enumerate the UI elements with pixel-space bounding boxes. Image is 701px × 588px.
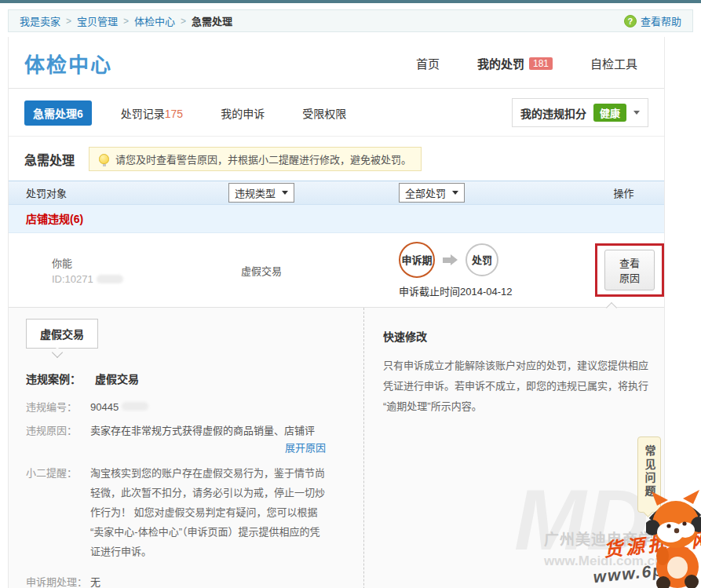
health-status-badge: 健康 (593, 104, 626, 122)
nav-item-my-penalties[interactable]: 我的处罚 181 (477, 55, 553, 71)
field-label: 小二提醒： (26, 463, 90, 561)
column-header-action: 操作 (583, 185, 664, 200)
tab-count: 175 (165, 108, 183, 120)
redaction-smudge (97, 275, 123, 283)
tab-label: 处罚记录 (121, 108, 165, 120)
breadcrumb-separator: > (181, 16, 186, 27)
violation-number-value: 90445 (90, 401, 119, 413)
detail-tab-fake-trade[interactable]: 虚假交易 (26, 319, 98, 349)
redaction-smudge (122, 402, 148, 411)
expand-reason-link[interactable]: 展开原因 (90, 440, 326, 457)
warning-alert: 请您及时查看警告原因，并根据小二提醒进行修改，避免被处罚。 (89, 147, 422, 171)
breadcrumb-separator: > (66, 16, 71, 27)
violation-reason-value: 卖家存在非常规方式获得虚假的商品销量、店铺评 (90, 425, 315, 436)
faq-floating-button[interactable]: 常见问题 (637, 436, 661, 513)
quick-fix-body: 只有申诉成立才能解除该账户对应的处罚，建议您提供相应凭证进行申诉。若申诉不成立，… (383, 356, 654, 417)
faq-label: 常见问题 (642, 445, 657, 499)
case-line: 违规案例： 虚假交易 (26, 371, 363, 386)
violation-type-filter-value: 违规类型 (235, 185, 276, 200)
tab-count: 6 (77, 108, 83, 120)
chevron-down-icon (452, 191, 458, 198)
breadcrumb: 我是卖家 > 宝贝管理 > 体检中心 > 急需处理 ? 查看帮助 (8, 9, 693, 32)
view-reason-button[interactable]: 查看原因 (604, 250, 655, 290)
tab-my-appeals[interactable]: 我的申诉 (212, 100, 273, 126)
nav-item-self-check-tools[interactable]: 自检工具 (590, 55, 637, 71)
field-staff-reminder: 小二提醒： 淘宝核实到您的账户存在虚假交易行为，鉴于情节尚轻微，此次暂不扣分，请… (26, 463, 363, 561)
field-label: 违规编号： (26, 399, 90, 416)
appeal-deadline: 申诉截止时间2014-04-12 (399, 283, 595, 298)
help-link-label: 查看帮助 (641, 13, 681, 28)
appeal-period-stage-circle: 申诉期 (399, 242, 435, 278)
violation-type-cell: 虚假交易 (228, 263, 399, 278)
top-accent-bar (0, 0, 701, 3)
detail-left-column: 虚假交易 违规案例： 虚假交易 违规编号： 90445 违规原因： 卖家存在非常… (9, 308, 363, 588)
tab-label: 我的申诉 (221, 108, 265, 120)
page-header: 体检中心 首页 我的处罚 181 自检工具 (9, 37, 664, 89)
tab-label: 受限权限 (302, 108, 346, 120)
quick-fix-title: 快速修改 (383, 328, 654, 344)
violation-type-filter[interactable]: 违规类型 (228, 183, 294, 203)
breadcrumb-current: 急需处理 (192, 13, 232, 28)
violation-detail-panel: 虚假交易 违规案例： 虚假交易 违规编号： 90445 违规原因： 卖家存在非常… (9, 308, 664, 588)
column-header-target: 处罚对象 (9, 185, 228, 200)
detail-right-column: 快速修改 只有申诉成立才能解除该账户对应的处罚，建议您提供相应凭证进行申诉。若申… (363, 308, 670, 588)
breadcrumb-separator: > (123, 16, 129, 27)
tab-label: 急需处理 (33, 108, 77, 120)
breadcrumb-link-item-manage[interactable]: 宝贝管理 (77, 13, 118, 28)
action-cell: 查看原因 (595, 243, 664, 297)
section-header: 急需处理 请您及时查看警告原因，并根据小二提醒进行修改，避免被处罚。 (9, 137, 664, 181)
penalty-stage-circle: 处罚 (466, 243, 498, 276)
chevron-down-icon (633, 111, 640, 118)
field-violation-number: 违规编号： 90445 (26, 399, 363, 416)
header-nav: 首页 我的处罚 181 自检工具 (416, 55, 648, 71)
violation-score-dropdown[interactable]: 我的违规扣分 健康 (512, 98, 648, 127)
penalty-filter-value: 全部处罚 (405, 185, 446, 200)
shop-id: ID:10271 (52, 273, 93, 285)
section-title: 急需处理 (24, 150, 75, 169)
field-label: 违规原因： (26, 422, 90, 457)
shop-cell: 你能 ID:10271 (9, 255, 228, 285)
nav-item-home[interactable]: 首页 (416, 55, 440, 71)
penalty-count-badge: 181 (529, 57, 553, 70)
group-title-shop-violations: 店铺违规(6) (9, 205, 664, 233)
page-title: 体检中心 (24, 49, 112, 78)
tab-bar: 急需处理6 处罚记录175 我的申诉 受限权限 我的违规扣分 健康 (9, 89, 664, 137)
case-label: 违规案例： (26, 373, 81, 385)
view-help-link[interactable]: ? 查看帮助 (624, 13, 681, 28)
breadcrumb-link-checkup-center[interactable]: 体检中心 (134, 13, 175, 28)
chevron-down-icon (282, 191, 288, 198)
lightbulb-icon (99, 154, 109, 164)
tab-restricted-rights[interactable]: 受限权限 (294, 100, 355, 126)
table-header-row: 处罚对象 违规类型 全部处罚 操作 (9, 181, 664, 205)
shop-name: 你能 (52, 255, 228, 270)
case-value: 虚假交易 (95, 373, 139, 385)
stage-cell: 申诉期 处罚 申诉截止时间2014-04-12 (399, 242, 595, 298)
field-label: 申诉期处理： (26, 574, 90, 588)
field-violation-reason: 违规原因： 卖家存在非常规方式获得虚假的商品销量、店铺评 展开原因 (26, 422, 363, 457)
appeal-period-handling-value: 无 (90, 574, 326, 588)
tab-penalty-records[interactable]: 处罚记录175 (112, 100, 192, 126)
nav-item-label: 我的处罚 (477, 55, 524, 71)
arrow-right-icon (443, 254, 458, 265)
field-appeal-period-handling: 申诉期处理： 无 (26, 574, 363, 588)
breadcrumb-link-seller[interactable]: 我是卖家 (20, 13, 60, 28)
help-question-icon: ? (624, 15, 637, 27)
main-container: 体检中心 首页 我的处罚 181 自检工具 急需处理6 处罚记录175 我的申诉… (8, 37, 665, 588)
red-highlight-annotation: 查看原因 (595, 243, 664, 297)
penalty-filter[interactable]: 全部处罚 (399, 183, 465, 203)
tab-urgent[interactable]: 急需处理6 (24, 100, 92, 126)
staff-reminder-value: 淘宝核实到您的账户存在虚假交易行为，鉴于情节尚轻微，此次暂不扣分，请务必引以为戒… (90, 463, 326, 561)
warning-alert-text: 请您及时查看警告原因，并根据小二提醒进行修改，避免被处罚。 (115, 152, 411, 166)
violation-table-row: 你能 ID:10271 虚假交易 申诉期 处罚 申诉截止时间2014-04-12… (9, 233, 664, 308)
violation-score-label: 我的违规扣分 (520, 105, 586, 121)
